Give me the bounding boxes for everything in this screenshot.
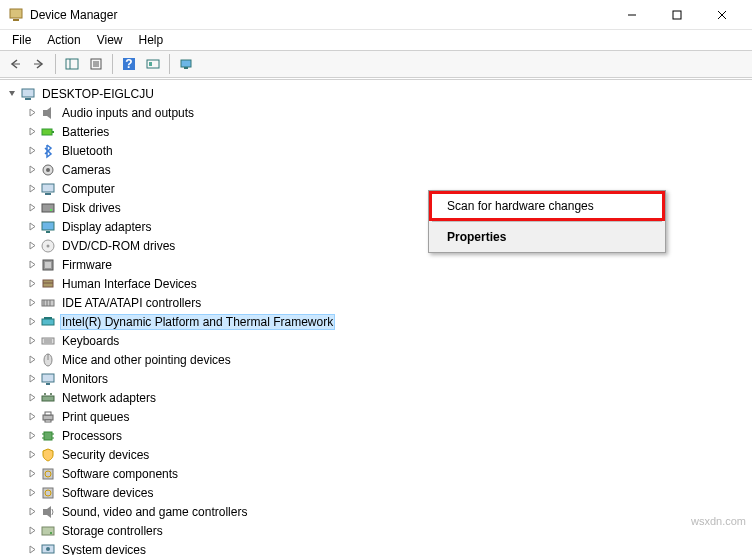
expand-icon[interactable] xyxy=(26,221,38,233)
cpu-icon xyxy=(40,428,56,444)
device-node[interactable]: Monitors xyxy=(4,369,748,388)
app-icon xyxy=(8,7,24,23)
firmware-icon xyxy=(40,257,56,273)
expand-icon[interactable] xyxy=(26,392,38,404)
svg-rect-30 xyxy=(46,231,50,233)
show-hide-pane-button[interactable] xyxy=(61,53,83,75)
device-node[interactable]: Cameras xyxy=(4,160,748,179)
expand-icon[interactable] xyxy=(26,430,38,442)
device-label: Firmware xyxy=(60,257,114,273)
svg-rect-18 xyxy=(22,89,34,97)
expand-icon[interactable] xyxy=(26,145,38,157)
menu-view[interactable]: View xyxy=(89,31,131,49)
root-node[interactable]: DESKTOP-EIGLCJU xyxy=(4,84,748,103)
bluetooth-icon xyxy=(40,143,56,159)
expand-icon[interactable] xyxy=(26,335,38,347)
forward-button[interactable] xyxy=(28,53,50,75)
device-node[interactable]: Software components xyxy=(4,464,748,483)
svg-rect-0 xyxy=(10,9,22,18)
dvd-icon xyxy=(40,238,56,254)
menu-help[interactable]: Help xyxy=(131,31,172,49)
menubar: File Action View Help xyxy=(0,30,752,50)
context-separator xyxy=(432,221,662,222)
svg-rect-34 xyxy=(45,262,51,268)
device-label: Processors xyxy=(60,428,124,444)
menu-file[interactable]: File xyxy=(4,31,39,49)
help-button[interactable]: ? xyxy=(118,53,140,75)
expand-icon[interactable] xyxy=(26,544,38,556)
toolbar-separator xyxy=(112,54,113,74)
context-properties-label: Properties xyxy=(447,230,506,244)
device-node[interactable]: Print queues xyxy=(4,407,748,426)
device-node[interactable]: Security devices xyxy=(4,445,748,464)
device-node[interactable]: System devices xyxy=(4,540,748,555)
svg-point-67 xyxy=(50,532,52,534)
expand-icon[interactable] xyxy=(26,164,38,176)
device-node[interactable]: Human Interface Devices xyxy=(4,274,748,293)
device-tree[interactable]: DESKTOP-EIGLCJU Audio inputs and outputs… xyxy=(0,79,752,555)
expand-icon[interactable] xyxy=(26,202,38,214)
device-label: Bluetooth xyxy=(60,143,115,159)
device-node[interactable]: Processors xyxy=(4,426,748,445)
software-icon xyxy=(40,466,56,482)
device-label: Mice and other pointing devices xyxy=(60,352,233,368)
svg-rect-42 xyxy=(44,317,52,319)
svg-rect-65 xyxy=(43,509,47,515)
expand-icon[interactable] xyxy=(26,468,38,480)
system-icon xyxy=(40,542,56,556)
expand-icon[interactable] xyxy=(26,449,38,461)
device-node[interactable]: Firmware xyxy=(4,255,748,274)
device-label: Intel(R) Dynamic Platform and Thermal Fr… xyxy=(60,314,335,330)
svg-rect-55 xyxy=(45,420,51,422)
device-node[interactable]: Storage controllers xyxy=(4,521,748,540)
device-node[interactable]: Software devices xyxy=(4,483,748,502)
back-button[interactable] xyxy=(4,53,26,75)
close-button[interactable] xyxy=(699,1,744,29)
collapse-icon[interactable] xyxy=(6,88,18,100)
expand-icon[interactable] xyxy=(26,506,38,518)
minimize-button[interactable] xyxy=(609,1,654,29)
context-menu: Scan for hardware changes Properties xyxy=(428,190,666,253)
menu-action[interactable]: Action xyxy=(39,31,88,49)
expand-icon[interactable] xyxy=(26,411,38,423)
expand-icon[interactable] xyxy=(26,107,38,119)
properties-button[interactable] xyxy=(85,53,107,75)
svg-rect-50 xyxy=(42,396,54,401)
maximize-button[interactable] xyxy=(654,1,699,29)
context-scan-hardware[interactable]: Scan for hardware changes xyxy=(431,193,663,219)
device-node[interactable]: Audio inputs and outputs xyxy=(4,103,748,122)
device-node[interactable]: Keyboards xyxy=(4,331,748,350)
expand-icon[interactable] xyxy=(26,278,38,290)
expand-icon[interactable] xyxy=(26,373,38,385)
svg-rect-41 xyxy=(42,319,54,325)
device-node[interactable]: Mice and other pointing devices xyxy=(4,350,748,369)
device-node[interactable]: Intel(R) Dynamic Platform and Thermal Fr… xyxy=(4,312,748,331)
scan-hardware-button[interactable] xyxy=(142,53,164,75)
expand-icon[interactable] xyxy=(26,126,38,138)
device-node[interactable]: Batteries xyxy=(4,122,748,141)
context-properties[interactable]: Properties xyxy=(431,224,663,250)
expand-icon[interactable] xyxy=(26,240,38,252)
svg-point-32 xyxy=(47,244,50,247)
device-node[interactable]: Bluetooth xyxy=(4,141,748,160)
expand-icon[interactable] xyxy=(26,487,38,499)
device-node[interactable]: Sound, video and game controllers xyxy=(4,502,748,521)
expand-icon[interactable] xyxy=(26,297,38,309)
svg-rect-27 xyxy=(42,204,54,212)
svg-point-28 xyxy=(50,209,52,211)
svg-point-51 xyxy=(44,393,46,395)
device-node[interactable]: IDE ATA/ATAPI controllers xyxy=(4,293,748,312)
svg-rect-26 xyxy=(45,193,51,195)
device-label: Display adapters xyxy=(60,219,153,235)
expand-icon[interactable] xyxy=(26,316,38,328)
camera-icon xyxy=(40,162,56,178)
svg-rect-19 xyxy=(25,98,31,100)
expand-icon[interactable] xyxy=(26,259,38,271)
device-node[interactable]: Network adapters xyxy=(4,388,748,407)
devices-button[interactable] xyxy=(175,53,197,75)
expand-icon[interactable] xyxy=(26,183,38,195)
device-label: Software components xyxy=(60,466,180,482)
expand-icon[interactable] xyxy=(26,354,38,366)
expand-icon[interactable] xyxy=(26,525,38,537)
context-scan-label: Scan for hardware changes xyxy=(447,199,594,213)
